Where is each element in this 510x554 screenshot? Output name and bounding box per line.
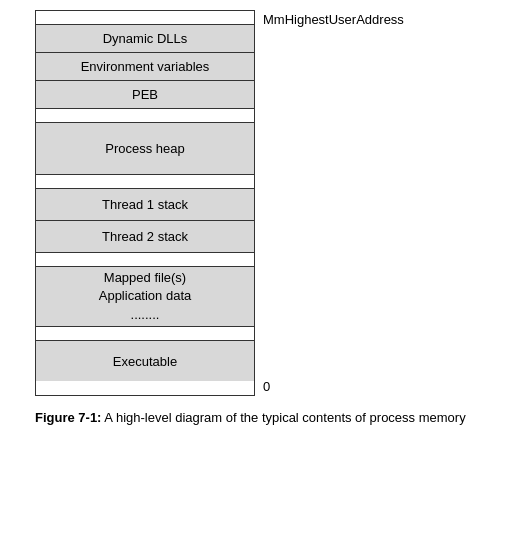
block-mapped-files: Mapped file(s) Application data ........ [36,267,254,327]
block-peb: PEB [36,81,254,109]
block-spacer-4 [36,327,254,341]
block-executable: Executable [36,341,254,381]
label-bottom: 0 [263,379,463,396]
block-spacer-bottom [36,381,254,395]
caption-bold: Figure 7-1: [35,410,101,425]
block-process-heap: Process heap [36,123,254,175]
block-dynamic-dlls: Dynamic DLLs [36,25,254,53]
memory-blocks: Dynamic DLLs Environment variables PEB P… [35,10,255,396]
block-spacer-3 [36,253,254,267]
label-top: MmHighestUserAddress [263,10,463,27]
block-thread1-stack: Thread 1 stack [36,189,254,221]
block-spacer-top [36,11,254,25]
diagram-container: Dynamic DLLs Environment variables PEB P… [35,10,475,396]
figure-caption: Figure 7-1: A high-level diagram of the … [35,408,475,428]
labels-column: MmHighestUserAddress 0 [263,10,463,396]
block-env-vars: Environment variables [36,53,254,81]
caption-text: A high-level diagram of the typical cont… [101,410,465,425]
block-spacer-1 [36,109,254,123]
block-spacer-2 [36,175,254,189]
block-thread2-stack: Thread 2 stack [36,221,254,253]
